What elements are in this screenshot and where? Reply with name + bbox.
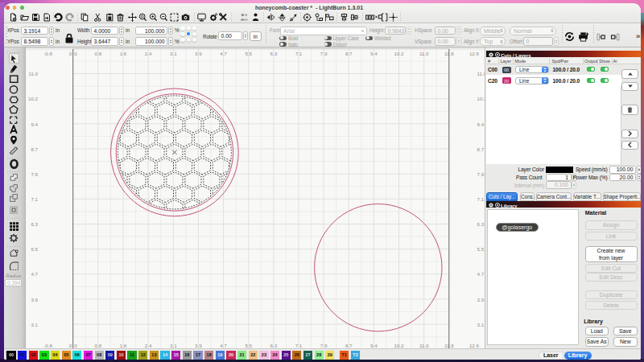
svg-text:7.1: 7.1 (477, 195, 484, 201)
svg-text:9.4: 9.4 (31, 121, 38, 126)
svg-text:3.9: 3.9 (195, 51, 202, 56)
svg-text:0: 0 (74, 343, 77, 348)
svg-text:8.7: 8.7 (345, 51, 352, 56)
svg-text:3.1: 3.1 (169, 343, 176, 348)
svg-text:5.5: 5.5 (245, 343, 252, 348)
svg-text:8.7: 8.7 (31, 146, 38, 151)
svg-text:0.8: 0.8 (94, 51, 101, 56)
svg-text:8.7: 8.7 (477, 146, 484, 151)
svg-text:3.1: 3.1 (31, 321, 38, 327)
svg-text:4.7: 4.7 (220, 343, 227, 348)
svg-text:-0.8: -0.8 (43, 51, 52, 56)
svg-text:4.7: 4.7 (220, 51, 227, 56)
svg-text:-0.8: -0.8 (43, 343, 52, 348)
svg-text:10.2: 10.2 (477, 96, 485, 101)
svg-text:10.2: 10.2 (394, 343, 404, 348)
svg-text:3.1: 3.1 (169, 51, 176, 56)
svg-text:3.9: 3.9 (195, 343, 202, 348)
svg-text:7.1: 7.1 (295, 51, 302, 56)
svg-text:8.7: 8.7 (345, 343, 352, 348)
svg-text:7.9: 7.9 (31, 171, 38, 176)
svg-text:0: 0 (74, 51, 77, 56)
svg-text:11.0: 11.0 (28, 71, 38, 76)
svg-text:9.4: 9.4 (370, 343, 378, 348)
svg-text:6.3: 6.3 (270, 51, 277, 56)
svg-text:5.5: 5.5 (31, 246, 38, 252)
svg-text:12.6: 12.6 (469, 51, 479, 56)
svg-text:11.8: 11.8 (444, 51, 454, 56)
svg-text:10.2: 10.2 (27, 96, 38, 101)
svg-text:5.5: 5.5 (245, 51, 252, 56)
svg-text:7.1: 7.1 (295, 343, 302, 348)
svg-text:9.4: 9.4 (477, 121, 484, 126)
svg-text:6.3: 6.3 (270, 343, 277, 348)
svg-text:0: 0 (68, 51, 72, 56)
svg-text:11.8: 11.8 (444, 343, 454, 348)
svg-text:1.6: 1.6 (119, 343, 126, 348)
svg-text:3.9: 3.9 (477, 296, 484, 302)
svg-text:3.9: 3.9 (31, 296, 38, 302)
svg-text:0.8: 0.8 (94, 343, 101, 348)
svg-text:2.4: 2.4 (144, 343, 151, 348)
svg-text:0: 0 (68, 343, 72, 348)
svg-text:11.0: 11.0 (419, 51, 428, 56)
svg-text:7.1: 7.1 (31, 195, 38, 201)
svg-text:7.9: 7.9 (320, 343, 327, 348)
svg-text:12.6: 12.6 (469, 343, 479, 348)
svg-text:4.7: 4.7 (477, 271, 484, 277)
svg-text:2.4: 2.4 (144, 51, 151, 56)
svg-text:11.0: 11.0 (477, 71, 485, 76)
svg-text:7.9: 7.9 (320, 51, 327, 56)
svg-text:6.3: 6.3 (477, 221, 484, 227)
svg-text:3.1: 3.1 (477, 321, 484, 327)
svg-text:9.4: 9.4 (370, 51, 378, 56)
svg-text:4.7: 4.7 (31, 271, 38, 277)
svg-text:5.5: 5.5 (477, 246, 484, 252)
svg-text:10.2: 10.2 (394, 51, 404, 56)
svg-text:11.0: 11.0 (419, 343, 428, 348)
svg-text:1.6: 1.6 (119, 51, 126, 56)
svg-text:6.3: 6.3 (31, 221, 38, 227)
